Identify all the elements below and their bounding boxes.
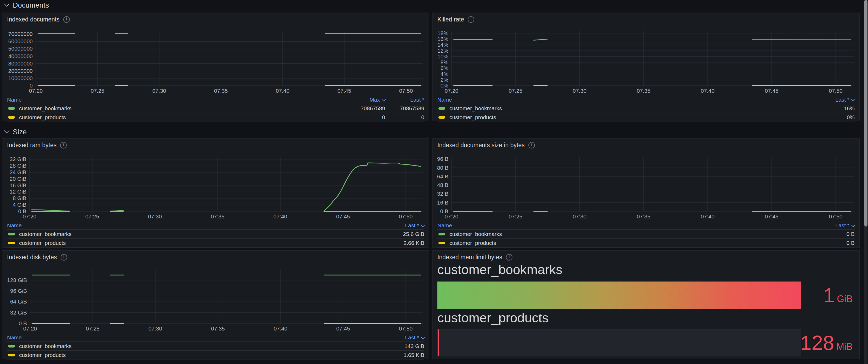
info-icon[interactable]: i bbox=[61, 254, 67, 260]
x-axis-tick-label: 07:45 bbox=[336, 326, 350, 332]
series-name[interactable]: customer_products bbox=[450, 114, 496, 120]
legend-value: 0 bbox=[346, 114, 385, 120]
series-name[interactable]: customer_products bbox=[19, 240, 66, 246]
time-series-plot[interactable]: 0100000002000000030000000400000005000000… bbox=[4, 29, 428, 94]
panel-title[interactable]: Indexed documents size in bytes bbox=[437, 142, 525, 149]
series-name[interactable]: customer_products bbox=[19, 352, 66, 358]
x-axis-tick-label: 07:30 bbox=[152, 88, 166, 94]
grafana-dashboard: Documents Indexed documents i 0100000002… bbox=[0, 0, 868, 364]
legend-table: NameMaxLast *customer_bookmarks708675897… bbox=[7, 95, 424, 122]
x-axis-tick-label: 07:30 bbox=[573, 214, 587, 220]
legend-value: 25.6 GiB bbox=[369, 231, 424, 237]
time-series-plot[interactable]: 0 B32 GiB64 GiB96 GiB128 GiB07:2007:2507… bbox=[4, 267, 428, 332]
gauge-value-unit: MiB bbox=[836, 341, 852, 352]
x-axis-tick-label: 07:20 bbox=[445, 88, 459, 94]
chart-svg: 0 B16 B32 B48 B64 B80 B96 B07:2007:2507:… bbox=[434, 155, 858, 220]
series-name[interactable]: customer_products bbox=[450, 240, 496, 246]
y-axis-tick-label: 10% bbox=[437, 53, 448, 59]
info-icon[interactable]: i bbox=[528, 142, 535, 148]
legend-header-name[interactable]: Name bbox=[7, 334, 369, 341]
series-color-pill bbox=[8, 345, 15, 347]
row-header-documents[interactable]: Documents bbox=[4, 1, 49, 10]
gauge-value-bookmarks: 1GiB bbox=[784, 281, 852, 309]
sort-descending-icon bbox=[421, 223, 425, 227]
gauge-value-number: 1 bbox=[824, 285, 835, 305]
legend-value: 0 B bbox=[800, 231, 855, 237]
time-series-plot[interactable]: 0 B4 GiB8 GiB12 GiB16 GiB20 GiB24 GiB28 … bbox=[4, 155, 428, 220]
y-axis-tick-label: 8 GiB bbox=[12, 195, 26, 201]
panel-title[interactable]: Indexed mem limit bytes bbox=[437, 254, 502, 261]
x-axis-tick-label: 07:20 bbox=[23, 214, 37, 220]
panel-header: Killed rate i bbox=[437, 16, 474, 23]
x-axis-tick-label: 07:50 bbox=[399, 214, 413, 220]
panel-header: Indexed documents size in bytes i bbox=[437, 142, 535, 149]
y-axis-tick-label: 48 B bbox=[437, 182, 448, 188]
info-icon[interactable]: i bbox=[60, 142, 67, 148]
y-axis-tick-label: 80 B bbox=[437, 165, 448, 171]
legend-header-column[interactable]: Last * bbox=[369, 334, 424, 341]
legend-row: customer_products2.66 KiB bbox=[7, 239, 424, 248]
info-icon[interactable]: i bbox=[63, 16, 70, 23]
y-axis-tick-label: 96 GiB bbox=[10, 288, 27, 294]
legend-header-name[interactable]: Name bbox=[437, 96, 800, 103]
info-icon[interactable]: i bbox=[506, 254, 513, 260]
legend-header-name[interactable]: Name bbox=[7, 222, 369, 229]
x-axis-tick-label: 07:45 bbox=[338, 88, 351, 94]
x-axis-tick-label: 07:50 bbox=[399, 326, 413, 332]
legend-header-column[interactable]: Last * bbox=[385, 96, 424, 103]
legend-row: customer_bookmarks7086758970867589 bbox=[7, 104, 424, 113]
series-name[interactable]: customer_bookmarks bbox=[19, 105, 72, 112]
legend-header-column[interactable]: Max bbox=[346, 96, 385, 103]
panel-title[interactable]: Indexed ram bytes bbox=[7, 142, 57, 149]
panel-title[interactable]: Indexed documents bbox=[7, 16, 60, 23]
legend-header-name[interactable]: Name bbox=[437, 222, 800, 229]
legend-header-row: NameLast * bbox=[7, 221, 424, 230]
x-axis-tick-label: 07:35 bbox=[211, 214, 225, 220]
row-title: Size bbox=[13, 128, 27, 136]
gauge-item-label: customer_products bbox=[437, 310, 549, 326]
panel-killed-rate: Killed rate i 0%2%4%6%8%10%12%14%16%18%0… bbox=[432, 12, 860, 121]
series-line bbox=[752, 39, 851, 39]
series-name[interactable]: customer_bookmarks bbox=[19, 343, 72, 349]
info-icon[interactable]: i bbox=[468, 16, 474, 23]
y-axis-tick-label: 32 GiB bbox=[10, 310, 27, 315]
panel-indexed-documents: Indexed documents i 01000000020000000300… bbox=[2, 12, 429, 121]
x-axis-tick-label: 07:45 bbox=[765, 214, 779, 220]
legend-header-column[interactable]: Last * bbox=[800, 96, 855, 103]
series-color-pill bbox=[438, 107, 445, 110]
legend-table: NameLast *customer_bookmarks25.6 GiBcust… bbox=[7, 221, 424, 248]
series-name[interactable]: customer_bookmarks bbox=[450, 105, 502, 112]
series-name[interactable]: customer_bookmarks bbox=[450, 231, 502, 237]
scrollbar-thumb[interactable] bbox=[864, 0, 867, 226]
chevron-down-icon bbox=[4, 1, 9, 6]
legend-header-row: NameLast * bbox=[437, 221, 855, 230]
legend-row: customer_bookmarks143 GiB bbox=[7, 342, 424, 351]
legend-table: NameLast *customer_bookmarks143 GiBcusto… bbox=[7, 333, 424, 360]
x-axis-tick-label: 07:35 bbox=[637, 88, 650, 94]
legend-header-column[interactable]: Last * bbox=[800, 222, 855, 229]
panel-title[interactable]: Indexed disk bytes bbox=[7, 254, 57, 261]
x-axis-tick-label: 07:35 bbox=[211, 326, 225, 332]
legend-row: customer_products1.65 KiB bbox=[7, 351, 424, 360]
y-axis-tick-label: 128 GiB bbox=[7, 277, 27, 283]
y-axis-tick-label: 14% bbox=[437, 41, 448, 48]
series-color-pill bbox=[438, 242, 445, 244]
time-series-plot[interactable]: 0 B16 B32 B48 B64 B80 B96 B07:2007:2507:… bbox=[434, 155, 858, 220]
legend-header-column[interactable]: Last * bbox=[369, 222, 424, 229]
series-color-pill bbox=[438, 233, 445, 235]
row-title: Documents bbox=[13, 1, 49, 9]
y-axis-tick-label: 12 GiB bbox=[10, 189, 26, 195]
series-name[interactable]: customer_products bbox=[19, 114, 66, 120]
legend-header-name[interactable]: Name bbox=[7, 96, 346, 103]
panel-title[interactable]: Killed rate bbox=[437, 16, 464, 23]
row-header-size[interactable]: Size bbox=[4, 127, 27, 137]
series-line bbox=[534, 39, 548, 40]
legend-value: 70867589 bbox=[385, 105, 424, 112]
series-color-pill bbox=[8, 242, 15, 244]
time-series-plot[interactable]: 0%2%4%6%8%10%12%14%16%18%07:2007:2507:30… bbox=[434, 29, 858, 94]
legend-header-row: NameLast * bbox=[437, 95, 855, 104]
series-name[interactable]: customer_bookmarks bbox=[19, 231, 72, 237]
x-axis-tick-label: 07:20 bbox=[23, 326, 37, 332]
y-axis-tick-label: 4 GiB bbox=[12, 202, 26, 208]
y-axis-tick-label: 12% bbox=[437, 48, 448, 54]
